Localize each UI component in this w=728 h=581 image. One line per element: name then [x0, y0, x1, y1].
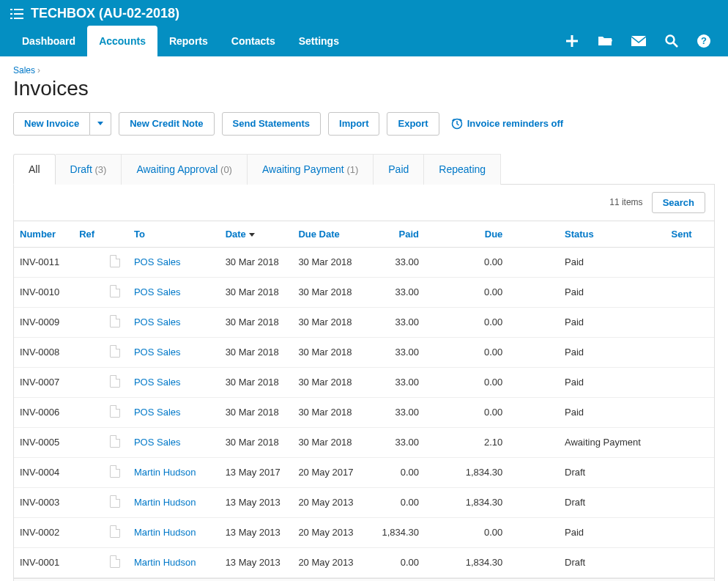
document-icon	[110, 555, 120, 568]
search-button[interactable]: Search	[652, 192, 705, 213]
cell-to[interactable]: POS Sales	[130, 397, 221, 427]
cell-status: Paid	[560, 307, 666, 337]
cell-to[interactable]: Martin Hudson	[130, 547, 221, 577]
svg-line-9	[674, 43, 678, 48]
export-button[interactable]: Export	[387, 112, 439, 136]
filter-tab-paid[interactable]: Paid	[374, 154, 424, 185]
cell-to[interactable]: Martin Hudson	[130, 457, 221, 487]
table-row[interactable]: INV-0001Martin Hudson13 May 201320 May 2…	[14, 547, 714, 577]
cell-doc[interactable]	[105, 457, 130, 487]
document-icon	[110, 255, 120, 267]
filter-tab-repeating[interactable]: Repeating	[424, 154, 501, 185]
table-row[interactable]: INV-0005POS Sales30 Mar 201830 Mar 20183…	[14, 427, 714, 457]
cell-doc[interactable]	[105, 247, 130, 277]
new-credit-note-button[interactable]: New Credit Note	[119, 112, 214, 136]
cell-doc[interactable]	[105, 397, 130, 427]
cell-doc[interactable]	[105, 337, 130, 367]
org-name[interactable]: TECHBOX (AU-02-2018)	[31, 6, 179, 21]
col-header-paid[interactable]: Paid	[367, 221, 423, 248]
filter-tab-draft[interactable]: Draft (3)	[56, 154, 122, 185]
folder-icon[interactable]	[598, 35, 612, 47]
cell-due: 0.00	[423, 397, 507, 427]
table-row[interactable]: INV-0002Martin Hudson13 May 201320 May 2…	[14, 517, 714, 547]
table-row[interactable]: INV-0003Martin Hudson13 May 201320 May 2…	[14, 487, 714, 517]
import-button[interactable]: Import	[328, 112, 379, 136]
table-row[interactable]: INV-0007POS Sales30 Mar 201830 Mar 20183…	[14, 367, 714, 397]
nav-tab-reports[interactable]: Reports	[157, 26, 220, 56]
nav-tab-contacts[interactable]: Contacts	[220, 26, 287, 56]
cell-spacer	[507, 277, 560, 307]
col-header-due[interactable]: Due	[423, 221, 507, 248]
filter-tab-awaiting-approval[interactable]: Awaiting Approval (0)	[122, 154, 248, 185]
breadcrumb-sep: ›	[37, 65, 40, 75]
col-header-sent[interactable]: Sent	[667, 221, 702, 248]
cell-status: Draft	[560, 457, 666, 487]
cell-to[interactable]: POS Sales	[130, 337, 221, 367]
cell-to[interactable]: POS Sales	[130, 277, 221, 307]
col-header-spacer	[507, 221, 560, 248]
cell-doc[interactable]	[105, 277, 130, 307]
search-icon[interactable]	[665, 34, 678, 48]
col-header-due-date[interactable]: Due Date	[294, 221, 367, 248]
breadcrumb-parent[interactable]: Sales	[13, 65, 35, 75]
col-header-doc[interactable]	[105, 221, 130, 248]
cell-paid: 0.00	[367, 547, 423, 577]
nav-tab-dashboard[interactable]: Dashboard	[10, 26, 87, 56]
cell-doc[interactable]	[105, 307, 130, 337]
cell-date: 30 Mar 2018	[221, 337, 294, 367]
mail-icon[interactable]	[631, 36, 646, 46]
cell-doc[interactable]	[105, 427, 130, 457]
cell-to[interactable]: POS Sales	[130, 307, 221, 337]
filter-tab-all[interactable]: All	[13, 154, 56, 185]
plus-icon[interactable]	[565, 34, 579, 48]
cell-ref	[75, 307, 105, 337]
table-row[interactable]: INV-0004Martin Hudson13 May 201720 May 2…	[14, 457, 714, 487]
cell-to[interactable]: POS Sales	[130, 367, 221, 397]
cell-ref	[75, 487, 105, 517]
cell-ref	[75, 247, 105, 277]
col-header-date[interactable]: Date	[221, 221, 294, 248]
cell-to[interactable]: Martin Hudson	[130, 517, 221, 547]
document-icon	[110, 405, 120, 418]
send-statements-button[interactable]: Send Statements	[222, 112, 321, 136]
cell-due-date: 30 Mar 2018	[294, 337, 367, 367]
cell-due: 0.00	[423, 367, 507, 397]
col-header-number[interactable]: Number	[14, 221, 75, 248]
table-row[interactable]: INV-0009POS Sales30 Mar 201830 Mar 20183…	[14, 307, 714, 337]
menu-icon[interactable]	[10, 8, 23, 20]
table-row[interactable]: INV-0011POS Sales30 Mar 201830 Mar 20183…	[14, 247, 714, 277]
document-icon	[110, 525, 120, 538]
filter-tab-awaiting-payment[interactable]: Awaiting Payment (1)	[248, 154, 374, 185]
new-invoice-dropdown[interactable]	[90, 112, 111, 136]
cell-to[interactable]: POS Sales	[130, 247, 221, 277]
cell-sent	[667, 307, 702, 337]
app-header: TECHBOX (AU-02-2018) DashboardAccountsRe…	[0, 0, 728, 56]
invoice-reminders-link[interactable]: Invoice reminders off	[451, 118, 563, 130]
col-header-to[interactable]: To	[130, 221, 221, 248]
table-row[interactable]: INV-0006POS Sales30 Mar 201830 Mar 20183…	[14, 397, 714, 427]
new-invoice-button[interactable]: New Invoice	[13, 112, 90, 136]
nav-tab-settings[interactable]: Settings	[287, 26, 351, 56]
cell-doc[interactable]	[105, 367, 130, 397]
primary-nav: DashboardAccountsReportsContactsSettings	[10, 26, 351, 56]
col-header-ref[interactable]: Ref	[75, 221, 105, 248]
table-row[interactable]: INV-0010POS Sales30 Mar 201830 Mar 20183…	[14, 277, 714, 307]
cell-doc[interactable]	[105, 547, 130, 577]
table-row[interactable]: INV-0008POS Sales30 Mar 201830 Mar 20183…	[14, 337, 714, 367]
cell-end	[702, 307, 714, 337]
cell-doc[interactable]	[105, 517, 130, 547]
col-header-status[interactable]: Status	[560, 221, 666, 248]
invoice-table: Number Ref To Date Due Date Paid Due Sta…	[14, 221, 714, 578]
cell-due: 0.00	[423, 517, 507, 547]
cell-to[interactable]: POS Sales	[130, 427, 221, 457]
cell-sent	[667, 277, 702, 307]
help-icon[interactable]: ?	[697, 34, 710, 48]
cell-to[interactable]: Martin Hudson	[130, 487, 221, 517]
cell-number: INV-0010	[14, 277, 75, 307]
cell-due-date: 30 Mar 2018	[294, 277, 367, 307]
cell-status: Paid	[560, 277, 666, 307]
cell-paid: 33.00	[367, 337, 423, 367]
nav-tab-accounts[interactable]: Accounts	[87, 26, 157, 56]
document-icon	[110, 495, 120, 508]
cell-doc[interactable]	[105, 487, 130, 517]
